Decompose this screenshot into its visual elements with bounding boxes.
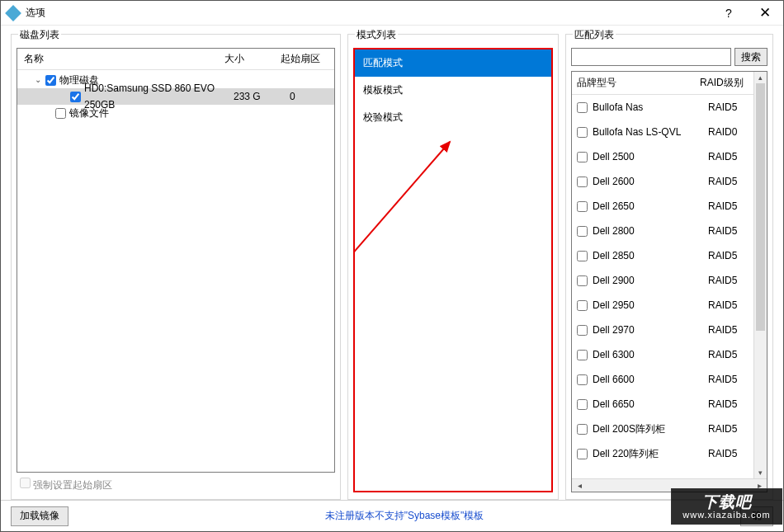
table-row[interactable]: Dell 2650RAID5 xyxy=(572,194,753,219)
row-checkbox[interactable] xyxy=(577,325,588,336)
tree-disk-hd0[interactable]: HD0:Samsung SSD 860 EVO 250GB 233 G 0 xyxy=(17,88,334,105)
table-row[interactable]: Dell 2850RAID5 xyxy=(572,243,753,268)
mode-item[interactable]: 校验模式 xyxy=(355,104,551,131)
mode-list-box: 匹配模式模板模式校验模式 xyxy=(353,48,553,492)
tree-image-file[interactable]: 镜像文件 xyxy=(17,105,334,121)
cell-raid: RAID5 xyxy=(708,151,753,162)
scroll-down-icon[interactable]: ▾ xyxy=(754,467,767,478)
match-list-group: 匹配列表 搜索 品牌型号 RAID级别 Bullofa NasRAID5Bull… xyxy=(565,34,773,500)
scroll-left-icon[interactable]: ◂ xyxy=(574,481,585,490)
cell-raid: RAID5 xyxy=(708,448,753,459)
mode-item[interactable]: 模板模式 xyxy=(355,77,551,104)
watermark: 下载吧 www.xiazaiba.com xyxy=(671,488,782,525)
table-row[interactable]: Dell 2970RAID5 xyxy=(572,318,753,342)
cell-model: Dell 220阵列柜 xyxy=(593,447,708,461)
cell-raid: RAID5 xyxy=(708,176,753,187)
table-row[interactable]: Dell 2900RAID5 xyxy=(572,268,753,293)
force-sector-checkbox xyxy=(20,478,31,488)
svg-line-0 xyxy=(355,142,450,256)
table-row[interactable]: Dell 6300RAID5 xyxy=(572,342,753,367)
table-row[interactable]: Bullofa NasRAID5 xyxy=(572,95,753,120)
row-checkbox[interactable] xyxy=(577,350,588,360)
table-row[interactable]: Dell 2600RAID5 xyxy=(572,169,753,194)
cell-raid: RAID5 xyxy=(708,398,753,410)
footer-message: 未注册版本不支持"Sybase模板"模板 xyxy=(68,509,740,523)
vertical-scrollbar[interactable]: ▴ ▾ xyxy=(753,72,767,478)
scroll-up-icon[interactable]: ▴ xyxy=(754,72,767,83)
col-sector[interactable]: 起始扇区 xyxy=(281,52,334,66)
col-name[interactable]: 名称 xyxy=(17,52,224,66)
cell-raid: RAID5 xyxy=(708,225,753,237)
col-model[interactable]: 品牌型号 xyxy=(572,76,700,90)
table-row[interactable]: Dell 2800RAID5 xyxy=(572,219,753,243)
table-row[interactable]: Bullofa Nas LS-QVLRAID0 xyxy=(572,120,753,144)
cell-model: Dell 200S阵列柜 xyxy=(593,422,708,436)
cell-model: Dell 2850 xyxy=(593,250,708,261)
expand-caret-icon[interactable]: ⌄ xyxy=(32,72,44,88)
disk-list-title: 磁盘列表 xyxy=(18,28,61,42)
cell-raid: RAID5 xyxy=(708,324,753,336)
window-title: 选项 xyxy=(26,6,711,20)
mode-list-group: 模式列表 匹配模式模板模式校验模式 xyxy=(347,34,559,500)
search-input[interactable] xyxy=(571,48,731,66)
cell-model: Dell 2950 xyxy=(593,299,708,311)
table-row[interactable]: Dell 2500RAID5 xyxy=(572,144,753,169)
force-sector-option: 强制设置起始扇区 xyxy=(20,479,112,491)
row-checkbox[interactable] xyxy=(577,251,588,261)
cell-raid: RAID0 xyxy=(708,126,753,138)
cell-model: Dell 6600 xyxy=(593,374,708,385)
tree-item-label: 镜像文件 xyxy=(69,105,234,121)
mode-item[interactable]: 匹配模式 xyxy=(355,49,551,77)
row-checkbox[interactable] xyxy=(577,152,588,162)
dialog-footer: 加载镜像 未注册版本不支持"Sybase模板"模板 确 xyxy=(1,500,783,531)
col-size[interactable]: 大小 xyxy=(224,52,281,66)
match-list-title: 匹配列表 xyxy=(573,28,616,42)
hd0-checkbox[interactable] xyxy=(70,92,81,102)
row-checkbox[interactable] xyxy=(577,449,588,459)
table-row[interactable]: Dell 6650RAID5 xyxy=(572,392,753,417)
cell-raid: RAID5 xyxy=(708,299,753,311)
physical-disk-checkbox[interactable] xyxy=(45,75,56,86)
app-icon xyxy=(5,5,21,21)
cell-model: Dell 2970 xyxy=(593,324,708,336)
row-checkbox[interactable] xyxy=(577,127,588,138)
disk-size: 233 G xyxy=(234,88,290,105)
table-row[interactable]: Dell 200S阵列柜RAID5 xyxy=(572,417,753,441)
disk-list-group: 磁盘列表 名称 大小 起始扇区 ⌄ 物理磁盘 xyxy=(11,34,341,500)
cell-model: Bullofa Nas xyxy=(593,101,708,113)
table-row[interactable]: Dell 6600RAID5 xyxy=(572,367,753,392)
image-file-checkbox[interactable] xyxy=(55,108,66,119)
search-button[interactable]: 搜索 xyxy=(734,48,767,66)
close-button[interactable]: ✕ xyxy=(747,1,783,26)
titlebar: 选项 ? ✕ xyxy=(1,1,783,26)
load-image-button[interactable]: 加载镜像 xyxy=(11,506,68,526)
cell-raid: RAID5 xyxy=(708,374,753,385)
row-checkbox[interactable] xyxy=(577,177,588,187)
cell-raid: RAID5 xyxy=(708,349,753,360)
cell-raid: RAID5 xyxy=(708,250,753,261)
row-checkbox[interactable] xyxy=(577,201,588,212)
col-raid[interactable]: RAID级别 xyxy=(700,76,753,90)
table-row[interactable]: Dell 220阵列柜RAID5 xyxy=(572,441,753,466)
disk-sector: 0 xyxy=(290,88,334,105)
cell-model: Dell 6650 xyxy=(593,398,708,410)
cell-model: Dell 2600 xyxy=(593,176,708,187)
cell-raid: RAID5 xyxy=(708,275,753,286)
row-checkbox[interactable] xyxy=(577,226,588,237)
row-checkbox[interactable] xyxy=(577,424,588,435)
cell-model: Dell 2650 xyxy=(593,200,708,212)
table-row[interactable]: Dell 2950RAID5 xyxy=(572,293,753,318)
cell-model: Bullofa Nas LS-QVL xyxy=(593,126,708,138)
row-checkbox[interactable] xyxy=(577,399,588,410)
help-button[interactable]: ? xyxy=(711,1,747,26)
mode-list-title: 模式列表 xyxy=(355,28,398,42)
options-dialog: 选项 ? ✕ 磁盘列表 名称 大小 起始扇区 ⌄ 物理磁盘 xyxy=(0,0,784,532)
row-checkbox[interactable] xyxy=(577,300,588,311)
row-checkbox[interactable] xyxy=(577,374,588,385)
scroll-thumb[interactable] xyxy=(756,83,765,331)
cell-raid: RAID5 xyxy=(708,423,753,435)
row-checkbox[interactable] xyxy=(577,102,588,113)
cell-model: Dell 2900 xyxy=(593,275,708,286)
row-checkbox[interactable] xyxy=(577,275,588,286)
cell-model: Dell 2500 xyxy=(593,151,708,162)
